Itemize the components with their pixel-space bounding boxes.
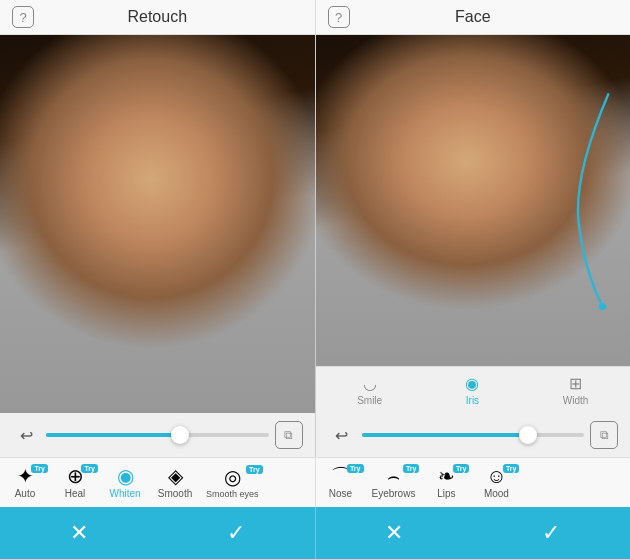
face-copy-button[interactable]: ⧉: [590, 421, 618, 449]
header-bar: ? Retouch ? Face: [0, 0, 630, 35]
retouch-photo-area[interactable]: [0, 35, 315, 413]
left-header-panel: ? Retouch: [0, 0, 315, 34]
tool-bar: Try ✦ Auto Try ⊕ Heal ◉ Whiten ◈ Smooth …: [0, 457, 630, 507]
eyebrows-try-badge: Try: [403, 464, 420, 473]
face-photo-area[interactable]: [316, 35, 631, 366]
tab-width[interactable]: ⊞ Width: [557, 371, 595, 409]
tool-smooth[interactable]: ◈ Smooth: [150, 462, 200, 503]
face-tabs: ◡ Smile ◉ Iris ⊞ Width: [316, 366, 631, 413]
retouch-slider-thumb[interactable]: [171, 426, 189, 444]
right-confirm-button[interactable]: ✓: [535, 517, 567, 549]
left-help-button[interactable]: ?: [12, 6, 34, 28]
tool-whiten[interactable]: ◉ Whiten: [100, 462, 150, 503]
tool-eyebrows[interactable]: Try ⌢ Eyebrows: [366, 462, 422, 503]
tool-mood[interactable]: Try ☺ Mood: [471, 462, 521, 503]
width-tab-icon: ⊞: [569, 374, 582, 393]
tool-nose[interactable]: Try ⌒ Nose: [316, 462, 366, 503]
whiten-icon: ◉: [117, 466, 134, 486]
smile-tab-label: Smile: [357, 395, 382, 406]
right-cancel-button[interactable]: ✕: [378, 517, 410, 549]
right-tool-panel: Try ⌒ Nose Try ⌢ Eyebrows Try ❧ Lips Try…: [315, 458, 631, 507]
retouch-slider-area: ↩ ⧉: [0, 413, 315, 457]
iris-tab-label: Iris: [466, 395, 479, 406]
retouch-slider-track[interactable]: [46, 433, 269, 437]
heal-try-badge: Try: [81, 464, 98, 473]
tab-smile[interactable]: ◡ Smile: [351, 371, 388, 409]
smootheyes-icon: ◎: [224, 467, 241, 487]
face-slider-fill: [362, 433, 529, 437]
left-confirm-button[interactable]: ✓: [220, 517, 252, 549]
lips-label: Lips: [437, 488, 455, 499]
face-slider-thumb[interactable]: [519, 426, 537, 444]
whiten-label: Whiten: [109, 488, 140, 499]
right-header-panel: ? Face: [315, 0, 631, 34]
eyebrows-icon: ⌢: [387, 466, 400, 486]
retouch-panel: ↩ ⧉: [0, 35, 315, 457]
right-panel-title: Face: [455, 8, 491, 26]
face-person: [316, 35, 631, 366]
left-panel-title: Retouch: [127, 8, 187, 26]
tool-lips[interactable]: Try ❧ Lips: [421, 462, 471, 503]
left-action-panel: ✕ ✓: [0, 507, 315, 559]
tool-heal[interactable]: Try ⊕ Heal: [50, 462, 100, 503]
smootheyes-try-badge: Try: [246, 465, 263, 474]
smooth-label: Smooth: [158, 488, 192, 499]
right-cancel-icon: ✕: [385, 520, 403, 546]
right-confirm-icon: ✓: [542, 520, 560, 546]
left-confirm-icon: ✓: [227, 520, 245, 546]
smooth-icon: ◈: [168, 466, 183, 486]
tab-iris[interactable]: ◉ Iris: [459, 371, 485, 409]
auto-try-badge: Try: [31, 464, 48, 473]
nose-try-badge: Try: [347, 464, 364, 473]
main-content: ↩ ⧉ ◡ Smile: [0, 35, 630, 457]
tool-auto[interactable]: Try ✦ Auto: [0, 462, 50, 503]
mood-label: Mood: [484, 488, 509, 499]
face-slider-area: ↩ ⧉: [316, 413, 631, 457]
left-tool-panel: Try ✦ Auto Try ⊕ Heal ◉ Whiten ◈ Smooth …: [0, 458, 315, 507]
retouch-slider-fill: [46, 433, 180, 437]
retouch-undo-button[interactable]: ↩: [12, 421, 40, 449]
eyebrows-label: Eyebrows: [372, 488, 416, 499]
mood-try-badge: Try: [503, 464, 520, 473]
right-help-button[interactable]: ?: [328, 6, 350, 28]
face-undo-button[interactable]: ↩: [328, 421, 356, 449]
nose-label: Nose: [329, 488, 352, 499]
right-action-panel: ✕ ✓: [315, 507, 631, 559]
retouch-copy-button[interactable]: ⧉: [275, 421, 303, 449]
action-bar: ✕ ✓ ✕ ✓: [0, 507, 630, 559]
iris-tab-icon: ◉: [465, 374, 479, 393]
left-cancel-button[interactable]: ✕: [63, 517, 95, 549]
smile-tab-icon: ◡: [363, 374, 377, 393]
smootheyes-label: Smooth eyes: [206, 489, 259, 499]
auto-label: Auto: [15, 488, 36, 499]
face-panel: ◡ Smile ◉ Iris ⊞ Width ↩ ⧉: [315, 35, 631, 457]
face-slider-track[interactable]: [362, 433, 585, 437]
width-tab-label: Width: [563, 395, 589, 406]
left-cancel-icon: ✕: [70, 520, 88, 546]
retouch-person: [0, 35, 315, 413]
tool-smootheyes[interactable]: Try ◎ Smooth eyes: [200, 463, 265, 503]
lips-try-badge: Try: [453, 464, 470, 473]
heal-label: Heal: [65, 488, 86, 499]
